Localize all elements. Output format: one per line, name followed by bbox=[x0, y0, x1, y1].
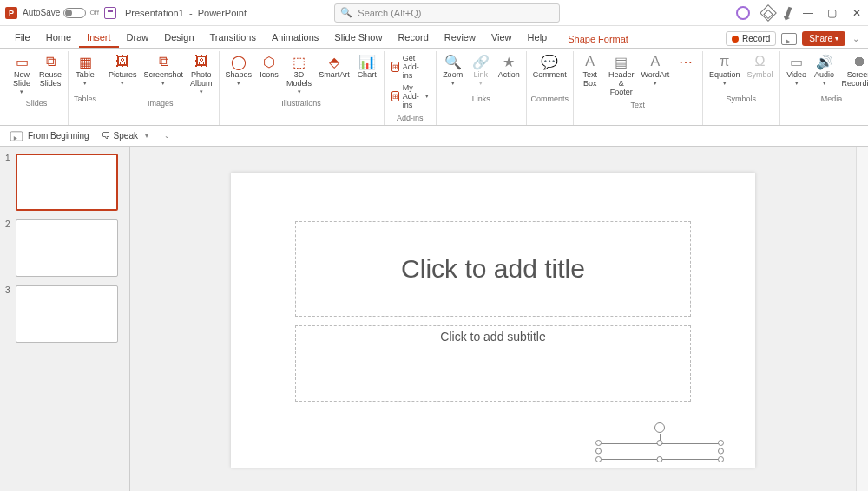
tab-review[interactable]: Review bbox=[437, 29, 483, 48]
resize-handle[interactable] bbox=[657, 440, 663, 446]
ribbon-collapse-icon[interactable]: ⌄ bbox=[851, 34, 861, 43]
document-title: Presentation1 - PowerPoint bbox=[125, 8, 247, 18]
text-more-icon: ⋯ bbox=[676, 53, 695, 70]
reuse-slides-button[interactable]: ⧉ReuseSlides bbox=[36, 51, 64, 90]
slide-thumb-1[interactable]: 1 bbox=[5, 154, 124, 211]
slide-thumb-3[interactable]: 3 bbox=[5, 285, 124, 343]
audio-button[interactable]: 🔊Audio▾ bbox=[812, 51, 838, 88]
autosave-state: Off bbox=[89, 9, 99, 16]
text-more-button[interactable]: ⋯ bbox=[673, 51, 699, 73]
search-placeholder: Search (Alt+Q) bbox=[358, 8, 421, 18]
pen-icon[interactable] bbox=[785, 6, 792, 19]
3d-models-icon: ⬚ bbox=[290, 53, 309, 70]
tab-transitions[interactable]: Transitions bbox=[202, 29, 264, 48]
record-button[interactable]: Record bbox=[726, 31, 776, 46]
resize-handle[interactable] bbox=[718, 456, 724, 462]
tab-file[interactable]: File bbox=[7, 29, 38, 48]
tab-draw[interactable]: Draw bbox=[119, 29, 157, 48]
link-icon: 🔗 bbox=[471, 53, 490, 70]
group-comments: 💬CommentComments bbox=[527, 51, 574, 125]
search-input[interactable]: 🔍 Search (Alt+Q) bbox=[334, 3, 560, 23]
group-label: Media bbox=[821, 93, 843, 106]
account-icon[interactable] bbox=[736, 6, 750, 20]
present-icon bbox=[10, 131, 23, 141]
tab-help[interactable]: Help bbox=[520, 29, 556, 48]
tab-shape-format[interactable]: Shape Format bbox=[560, 30, 636, 48]
toggle-icon[interactable] bbox=[63, 8, 86, 18]
resize-handle[interactable] bbox=[718, 440, 724, 446]
action-icon: ★ bbox=[499, 53, 518, 70]
resize-handle[interactable] bbox=[595, 440, 602, 446]
wordart-button[interactable]: AWordArt▾ bbox=[640, 51, 671, 88]
new-slide-button[interactable]: ▭NewSlide▾ bbox=[9, 51, 35, 97]
comment-button[interactable]: 💬Comment bbox=[530, 51, 569, 82]
group-label: Images bbox=[148, 97, 174, 110]
chevron-down-icon: ▾ bbox=[795, 80, 799, 87]
zoom-button[interactable]: 🔍Zoom▾ bbox=[440, 51, 466, 88]
resize-handle[interactable] bbox=[718, 448, 724, 455]
vertical-scrollbar[interactable] bbox=[856, 147, 868, 491]
close-button[interactable]: ✕ bbox=[851, 7, 863, 19]
speak-icon: 🗨 bbox=[102, 131, 110, 141]
resize-handle[interactable] bbox=[595, 456, 602, 462]
selected-textbox[interactable] bbox=[599, 443, 720, 459]
chevron-down-icon: ▾ bbox=[237, 80, 240, 87]
title-placeholder[interactable]: Click to add title bbox=[295, 221, 691, 317]
search-icon: 🔍 bbox=[340, 7, 352, 18]
slide-editor[interactable]: Click to add title Click to add subtitle bbox=[130, 147, 856, 491]
coming-soon-icon[interactable] bbox=[760, 4, 777, 22]
save-icon[interactable] bbox=[104, 7, 116, 19]
screen-recording-button[interactable]: ⏺ScreenRecording bbox=[839, 51, 868, 90]
photo-album-button[interactable]: 🖼PhotoAlbum▾ bbox=[187, 51, 215, 97]
chevron-down-icon: ▾ bbox=[20, 88, 23, 95]
text-box-button[interactable]: ATextBox bbox=[577, 51, 603, 90]
tab-record[interactable]: Record bbox=[390, 29, 436, 48]
screen-recording-icon: ⏺ bbox=[850, 53, 868, 70]
tab-insert[interactable]: Insert bbox=[79, 29, 119, 48]
text-box-icon: A bbox=[581, 53, 600, 70]
tab-slide-show[interactable]: Slide Show bbox=[326, 29, 390, 48]
resize-handle[interactable] bbox=[657, 456, 663, 462]
maximize-button[interactable]: ▢ bbox=[826, 7, 838, 19]
tab-home[interactable]: Home bbox=[38, 29, 79, 48]
smartart-button[interactable]: ⬘SmartArt bbox=[316, 51, 352, 82]
slide-thumb-2[interactable]: 2 bbox=[5, 219, 124, 277]
video-button[interactable]: ▭Video▾ bbox=[784, 51, 810, 88]
pictures-icon: 🖼 bbox=[113, 53, 132, 70]
action-button[interactable]: ★Action bbox=[496, 51, 523, 82]
slide-thumbnail-panel[interactable]: 123 bbox=[0, 147, 130, 491]
autosave-toggle[interactable]: AutoSave Off bbox=[23, 8, 104, 18]
header-footer-button[interactable]: ▤Header& Footer bbox=[605, 51, 638, 99]
group-illustrations: ◯Shapes▾⬡Icons⬚3DModels▾⬘SmartArt📊ChartI… bbox=[220, 51, 385, 125]
slide-thumbnail[interactable] bbox=[16, 285, 118, 343]
3d-models-button[interactable]: ⬚3DModels▾ bbox=[284, 51, 314, 97]
get-addins-button[interactable]: ⊞Get Add-ins bbox=[390, 53, 431, 81]
subtitle-placeholder[interactable]: Click to add subtitle bbox=[295, 325, 691, 402]
photo-album-icon: 🖼 bbox=[192, 53, 211, 70]
slide-thumbnail[interactable] bbox=[16, 219, 118, 277]
resize-handle[interactable] bbox=[595, 448, 602, 455]
speak-button[interactable]: 🗨 Speak ▾ bbox=[102, 131, 148, 141]
equation-button[interactable]: πEquation▾ bbox=[707, 51, 743, 88]
screenshot-button[interactable]: ⧉Screenshot▾ bbox=[141, 51, 187, 88]
slide-canvas[interactable]: Click to add title Click to add subtitle bbox=[231, 173, 755, 468]
speak-caret-icon: ▾ bbox=[145, 132, 148, 140]
shapes-button[interactable]: ◯Shapes▾ bbox=[223, 51, 255, 88]
tab-animations[interactable]: Animations bbox=[264, 29, 326, 48]
present-button[interactable] bbox=[781, 33, 797, 45]
chart-button[interactable]: 📊Chart bbox=[354, 51, 380, 82]
share-button[interactable]: Share ▾ bbox=[802, 31, 845, 46]
ribbon-tabs: FileHomeInsertDrawDesignTransitionsAnima… bbox=[0, 26, 868, 49]
rotate-handle-icon[interactable] bbox=[654, 422, 665, 433]
tab-design[interactable]: Design bbox=[156, 29, 201, 48]
my-addins-button[interactable]: ⊞My Add-ins ▾ bbox=[390, 82, 431, 110]
from-beginning-button[interactable]: From Beginning bbox=[9, 130, 89, 142]
tab-view[interactable]: View bbox=[483, 29, 520, 48]
sub-overflow-icon[interactable]: ⌄ bbox=[164, 132, 170, 140]
group-label: Links bbox=[472, 93, 490, 106]
table-button[interactable]: ▦Table▾ bbox=[72, 51, 98, 88]
minimize-button[interactable]: — bbox=[802, 7, 814, 19]
slide-thumbnail[interactable] bbox=[16, 154, 118, 211]
pictures-button[interactable]: 🖼Pictures▾ bbox=[106, 51, 140, 88]
icons-button[interactable]: ⬡Icons bbox=[256, 51, 282, 82]
